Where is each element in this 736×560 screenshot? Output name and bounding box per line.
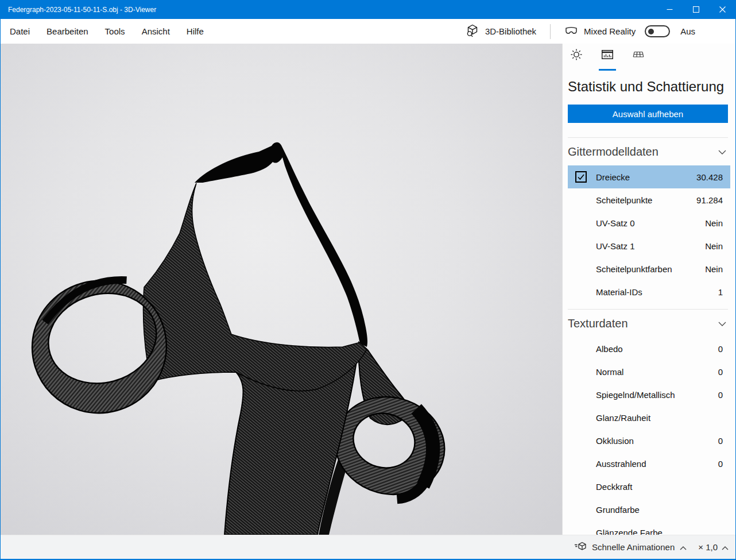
menu-bearbeiten[interactable]: Bearbeiten (45, 24, 90, 38)
deselect-button[interactable]: Auswahl aufheben (568, 105, 728, 123)
maximize-button[interactable] (683, 0, 709, 19)
row-label: Scheitelpunkte (596, 195, 652, 205)
window-title: Federgraph-2023-05-11-50-11-S.obj - 3D-V… (1, 6, 656, 14)
tab-wireframe[interactable] (630, 48, 647, 71)
row-label: Ausstrahlend (596, 459, 646, 469)
row-albedo[interactable]: Albedo 0 (568, 337, 730, 360)
row-label: Deckkraft (596, 482, 632, 492)
toggle-knob (648, 29, 654, 34)
row-value: 0 (718, 436, 723, 446)
row-value: 30.428 (696, 172, 723, 182)
row-glaenzende-farbe[interactable]: Glänzende Farbe (568, 521, 730, 535)
row-value: Nein (705, 264, 723, 274)
row-value: Nein (705, 218, 723, 228)
row-value: 0 (718, 390, 723, 400)
3d-viewport[interactable] (1, 44, 562, 535)
texture-data-rows: Albedo 0 Normal 0 Spiegelnd/Metallisch 0… (568, 337, 730, 535)
menubar: Datei Bearbeiten Tools Ansicht Hilfe 3D-… (1, 19, 735, 44)
3d-library-cube-icon (465, 24, 480, 40)
row-uv-satz-0[interactable]: UV-Satz 0 Nein (568, 211, 730, 234)
animation-speed-control[interactable]: × 1,0 (698, 542, 729, 552)
row-scheitelpunkte[interactable]: Scheitelpunkte 91.284 (568, 188, 730, 211)
row-value: 1 (718, 287, 723, 297)
mixed-reality-visor-icon (564, 25, 578, 37)
row-material-ids[interactable]: Material-IDs 1 (568, 280, 730, 303)
app-window: Federgraph-2023-05-11-50-11-S.obj - 3D-V… (0, 0, 736, 560)
row-label: UV-Satz 0 (596, 218, 635, 228)
row-label: Spiegelnd/Metallisch (596, 390, 675, 400)
row-label: Okklusion (596, 436, 634, 446)
wireframe-grid-icon (632, 48, 645, 63)
section-header-gittermodelldaten[interactable]: Gittermodelldaten (563, 138, 735, 165)
chevron-up-icon (680, 542, 687, 552)
speed-value: × 1,0 (698, 542, 718, 552)
row-label: Glanz/Rauheit (596, 413, 650, 423)
close-button[interactable] (709, 0, 735, 19)
3d-model-ribbon (1, 44, 562, 535)
menu-datei[interactable]: Datei (9, 24, 31, 38)
section-title: Gittermodelldaten (568, 145, 658, 159)
sun-environment-icon (570, 48, 583, 63)
row-checkbox[interactable] (575, 171, 587, 183)
menu-tools[interactable]: Tools (104, 24, 126, 38)
chevron-down-icon (718, 318, 726, 329)
row-value: Nein (705, 241, 723, 251)
row-glanz-rauheit[interactable]: Glanz/Rauheit (568, 406, 730, 429)
row-label: Albedo (596, 344, 623, 354)
quick-animations-control[interactable]: Schnelle Animationen (574, 541, 687, 554)
tab-statistics[interactable] (599, 48, 616, 71)
close-icon (719, 6, 726, 13)
minimize-icon (667, 6, 673, 13)
row-value: 0 (718, 367, 723, 377)
section-title: Texturdaten (568, 317, 628, 330)
row-value: 0 (718, 459, 723, 469)
chevron-down-icon (718, 146, 726, 157)
minimize-button[interactable] (656, 0, 683, 19)
mixed-reality-toggle[interactable] (645, 25, 670, 37)
row-label: Scheitelpunktfarben (596, 264, 672, 274)
animation-cube-icon (574, 541, 587, 554)
menu-ansicht[interactable]: Ansicht (141, 24, 171, 38)
row-okklusion[interactable]: Okklusion 0 (568, 429, 730, 452)
row-label: Material-IDs (596, 287, 642, 297)
row-scheitelpunktfarben[interactable]: Scheitelpunktfarben Nein (568, 257, 730, 280)
titlebar: Federgraph-2023-05-11-50-11-S.obj - 3D-V… (1, 0, 735, 19)
menubar-right: 3D-Bibliothek Mixed Reality Aus (465, 24, 695, 40)
maximize-icon (693, 6, 699, 13)
main-area: Statistik und Schattierung Auswahl aufhe… (1, 44, 735, 535)
row-uv-satz-1[interactable]: UV-Satz 1 Nein (568, 234, 730, 257)
tab-environment[interactable] (568, 48, 585, 71)
panel-title: Statistik und Schattierung (568, 79, 730, 95)
row-spiegelnd-metallisch[interactable]: Spiegelnd/Metallisch 0 (568, 383, 730, 406)
row-label: Normal (596, 367, 623, 377)
menu-hilfe[interactable]: Hilfe (185, 24, 205, 38)
quick-animations-label: Schnelle Animationen (592, 542, 675, 552)
row-value: 0 (718, 344, 723, 354)
row-ausstrahlend[interactable]: Ausstrahlend 0 (568, 452, 730, 475)
row-deckkraft[interactable]: Deckkraft (568, 475, 730, 498)
panel-tabs (563, 44, 735, 71)
statusbar: Schnelle Animationen × 1,0 (1, 535, 735, 559)
row-normal[interactable]: Normal 0 (568, 360, 730, 383)
mixed-reality-label: Mixed Reality (584, 26, 636, 36)
row-value: 91.284 (696, 195, 723, 205)
3d-library-label: 3D-Bibliothek (485, 26, 536, 36)
mixed-reality-state: Aus (680, 26, 695, 36)
row-label: Dreiecke (596, 172, 630, 182)
row-label: Grundfarbe (596, 505, 640, 515)
stats-chart-icon (601, 48, 614, 63)
row-label: Glänzende Farbe (596, 528, 663, 535)
mixed-reality-group: Mixed Reality Aus (564, 25, 695, 37)
menubar-separator (550, 24, 551, 39)
row-grundfarbe[interactable]: Grundfarbe (568, 498, 730, 521)
3d-library-button[interactable]: 3D-Bibliothek (465, 24, 536, 40)
chevron-up-icon (722, 542, 729, 552)
row-dreiecke[interactable]: Dreiecke 30.428 (568, 165, 730, 188)
row-label: UV-Satz 1 (596, 241, 635, 251)
section-header-texturdaten[interactable]: Texturdaten (563, 310, 735, 337)
mesh-data-rows: Dreiecke 30.428 Scheitelpunkte 91.284 UV… (568, 165, 730, 303)
stats-panel: Statistik und Schattierung Auswahl aufhe… (562, 44, 735, 535)
